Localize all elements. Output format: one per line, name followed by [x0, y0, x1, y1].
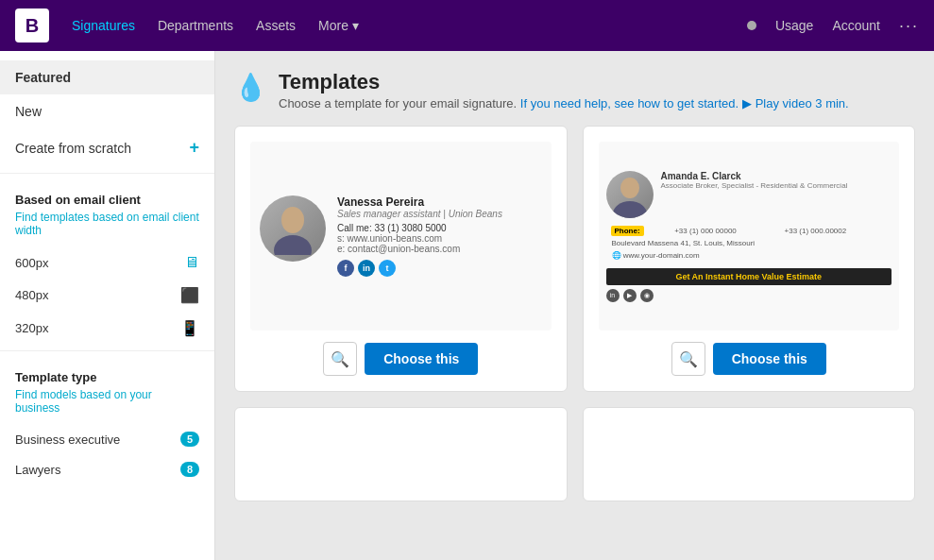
nav-assets[interactable]: Assets: [256, 18, 296, 33]
sig-socials-1: f in t: [337, 260, 502, 277]
template-preview-2: Amanda E. Clarck Associate Broker, Speci…: [599, 142, 900, 331]
mobile-icon: 📱: [180, 319, 199, 337]
main-layout: Featured New Create from scratch + Based…: [0, 51, 934, 560]
nav-signatures[interactable]: Signatures: [72, 18, 135, 33]
avatar-1: [260, 195, 326, 262]
px-600[interactable]: 600px 🖥: [0, 246, 214, 279]
signature-preview-2: Amanda E. Clarck Associate Broker, Speci…: [599, 163, 900, 310]
header: B Signatures Departments Assets More ▾ U…: [0, 0, 934, 51]
more-options-icon[interactable]: ···: [899, 16, 919, 36]
sidebar: Featured New Create from scratch + Based…: [0, 51, 215, 560]
zoom-button-1[interactable]: 🔍: [323, 342, 357, 376]
youtube-icon-2: ▶: [623, 289, 637, 302]
template-preview-1: Vanessa Pereira Sales manager assistant …: [250, 142, 552, 331]
tablet-icon: ⬛: [180, 286, 199, 304]
sig-title-1: Sales manager assistant | Union Beans: [337, 209, 502, 219]
templates-grid: Vanessa Pereira Sales manager assistant …: [234, 126, 915, 501]
template-type-desc: Find models based on your business: [0, 388, 214, 424]
sig-phone-1: Call me: 33 (1) 3080 5000: [337, 223, 502, 233]
twitter-icon: t: [379, 260, 396, 277]
template-card-1: Vanessa Pereira Sales manager assistant …: [234, 126, 568, 392]
play-video-link[interactable]: ▶ Play video 3 min.: [742, 96, 849, 110]
choose-button-1[interactable]: Choose this: [365, 343, 478, 375]
sig-name-1: Vanessa Pereira: [337, 195, 502, 209]
type-lawyers[interactable]: Lawyers 8: [0, 454, 214, 484]
template-card-3-partial: [234, 407, 568, 501]
sidebar-item-featured[interactable]: Featured: [0, 60, 214, 94]
card-2-actions: 🔍 Choose this: [671, 342, 826, 376]
business-executive-badge: 5: [180, 432, 199, 447]
play-icon: ▶: [742, 96, 752, 110]
sidebar-divider-2: [0, 350, 214, 351]
flame-icon: 💧: [234, 72, 267, 103]
facebook-icon: f: [337, 260, 354, 277]
account-link[interactable]: Account: [832, 18, 880, 33]
chevron-down-icon: ▾: [352, 18, 359, 33]
usage-link[interactable]: Usage: [775, 18, 813, 33]
sidebar-item-new[interactable]: New: [0, 94, 214, 128]
sig2-table: Phone: +33 (1) 000 00000 +33 (1) 000.000…: [606, 224, 892, 263]
instagram-icon-2: ◉: [640, 289, 654, 302]
template-card-4-partial: [583, 407, 916, 501]
phone-label-2: Phone:: [611, 226, 644, 236]
content-description: Choose a template for your email signatu…: [279, 96, 849, 110]
sig2-socials: in ▶ ◉: [606, 289, 892, 302]
signature-preview-1: Vanessa Pereira Sales manager assistant …: [250, 186, 552, 286]
sig-web-s-1: s: www.union-beans.com: [337, 233, 502, 244]
status-dot: [747, 21, 756, 30]
template-type-title: Template type: [0, 357, 214, 388]
sig2-name: Amanda E. Clarck: [661, 171, 848, 181]
px-480[interactable]: 480px ⬛: [0, 279, 214, 312]
help-link[interactable]: If you need help, see how to get started…: [520, 96, 739, 110]
page-title: Templates: [279, 70, 849, 94]
px-320[interactable]: 320px 📱: [0, 312, 214, 345]
svg-point-3: [613, 201, 647, 218]
create-add-icon[interactable]: +: [189, 138, 199, 158]
sig2-info: Amanda E. Clarck Associate Broker, Speci…: [661, 171, 848, 190]
linkedin-icon-2: in: [606, 289, 620, 302]
content-header: 💧 Templates Choose a template for your e…: [234, 70, 915, 110]
nav-departments[interactable]: Departments: [158, 18, 233, 33]
header-right: Usage Account ···: [747, 16, 919, 36]
svg-point-2: [620, 178, 639, 198]
linkedin-icon: in: [358, 260, 375, 277]
email-client-desc: Find templates based on email client wid…: [0, 211, 214, 246]
sidebar-item-create[interactable]: Create from scratch +: [0, 128, 214, 167]
sig-web-e-1: e: contact@union-beans.com: [337, 244, 502, 254]
sig-info-1: Vanessa Pereira Sales manager assistant …: [337, 195, 502, 277]
sig2-banner: Get An Instant Home Value Estimate: [606, 268, 892, 285]
template-card-2: Amanda E. Clarck Associate Broker, Speci…: [583, 126, 916, 392]
main-nav: Signatures Departments Assets More ▾: [72, 18, 724, 33]
content-area: 💧 Templates Choose a template for your e…: [215, 51, 934, 560]
logo: B: [15, 8, 49, 42]
choose-button-2[interactable]: Choose this: [713, 343, 826, 375]
sidebar-divider-1: [0, 173, 214, 174]
email-client-title: Based on email client: [0, 179, 214, 211]
svg-point-0: [281, 207, 304, 233]
type-business-executive[interactable]: Business executive 5: [0, 424, 214, 454]
card-1-actions: 🔍 Choose this: [323, 342, 478, 376]
svg-point-1: [274, 235, 312, 255]
nav-more[interactable]: More ▾: [318, 18, 359, 33]
lawyers-badge: 8: [180, 462, 199, 477]
monitor-icon: 🖥: [184, 254, 199, 271]
zoom-button-2[interactable]: 🔍: [671, 342, 705, 376]
sig2-title: Associate Broker, Specialist - Residenti…: [661, 181, 848, 190]
avatar-2: [606, 171, 654, 218]
